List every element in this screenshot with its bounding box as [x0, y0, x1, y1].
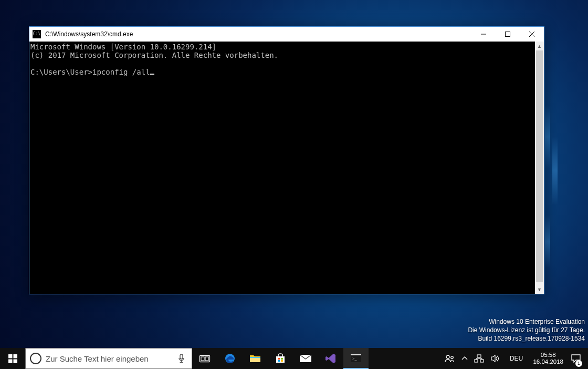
svg-rect-20 — [278, 360, 280, 362]
svg-rect-30 — [480, 360, 484, 362]
action-center-button[interactable]: 1 — [568, 348, 584, 369]
svg-rect-13 — [205, 357, 208, 361]
decoration — [552, 137, 558, 205]
terminal-output[interactable]: Microsoft Windows [Version 10.0.16299.21… — [29, 42, 535, 294]
titlebar[interactable]: C:\ C:\Windows\system32\cmd.exe — [29, 27, 544, 42]
volume-icon[interactable] — [487, 348, 503, 369]
scroll-down-button[interactable]: ▼ — [535, 285, 544, 294]
terminal-line: (c) 2017 Microsoft Corporation. Alle Rec… — [30, 51, 278, 59]
svg-rect-29 — [475, 360, 478, 362]
svg-rect-24 — [351, 354, 361, 355]
taskbar-app-edge[interactable] — [217, 348, 243, 369]
svg-rect-8 — [180, 354, 183, 359]
cortana-icon[interactable] — [26, 353, 46, 364]
cmd-icon: C:\ — [33, 30, 41, 38]
svg-point-26 — [446, 355, 449, 358]
scroll-up-button[interactable]: ▲ — [535, 42, 544, 50]
microphone-icon[interactable] — [171, 354, 192, 363]
svg-rect-6 — [8, 359, 13, 363]
cmd-icon: >_ — [351, 354, 361, 362]
start-button[interactable] — [0, 348, 25, 369]
taskbar[interactable]: Zur Suche Text hier eingeben — [0, 348, 588, 369]
watermark-line: Die Windows-Lizenz ist gültig für 27 Tag… — [468, 326, 585, 334]
taskbar-app-cmd[interactable]: >_ — [343, 348, 369, 369]
scroll-thumb[interactable] — [536, 50, 543, 282]
svg-point-27 — [451, 356, 454, 359]
tray-overflow-button[interactable] — [458, 348, 471, 369]
window-title: C:\Windows\system32\cmd.exe — [45, 30, 133, 38]
file-explorer-icon — [249, 354, 261, 363]
activation-watermark: Windows 10 Enterprise Evaluation Die Win… — [468, 317, 585, 343]
decoration — [545, 105, 550, 168]
clock-date: 16.04.2018 — [533, 358, 563, 365]
network-icon[interactable] — [471, 348, 487, 369]
svg-rect-1 — [506, 32, 510, 37]
search-placeholder: Zur Suche Text hier eingeben — [46, 354, 171, 363]
svg-rect-4 — [8, 354, 13, 358]
taskbar-app-explorer[interactable] — [243, 348, 268, 369]
svg-rect-18 — [278, 358, 280, 360]
desktop[interactable]: Windows 10 Enterprise Evaluation Die Win… — [0, 0, 588, 369]
close-button[interactable] — [520, 27, 544, 42]
minimize-button[interactable] — [471, 27, 496, 42]
terminal-line: Microsoft Windows [Version 10.0.16299.21… — [30, 43, 216, 51]
maximize-button[interactable] — [496, 27, 520, 42]
mail-icon — [299, 354, 312, 363]
svg-rect-5 — [13, 354, 17, 358]
clock[interactable]: 05:58 16.04.2018 — [529, 348, 568, 369]
search-input[interactable]: Zur Suche Text hier eingeben — [25, 348, 192, 369]
svg-rect-12 — [201, 357, 204, 361]
svg-rect-19 — [281, 358, 283, 360]
taskbar-app-mail[interactable] — [293, 348, 318, 369]
system-tray[interactable]: DEU 05:58 16.04.2018 1 — [440, 348, 588, 369]
clock-time: 05:58 — [541, 352, 556, 358]
terminal-command: ipconfig /all — [92, 68, 150, 76]
chevron-up-icon — [462, 356, 467, 361]
svg-rect-16 — [250, 357, 260, 358]
terminal-prompt: C:\Users\User> — [30, 68, 92, 76]
decoration — [545, 216, 550, 268]
task-view-button[interactable] — [192, 348, 217, 369]
scrollbar[interactable]: ▲ ▼ — [535, 42, 544, 294]
cmd-window[interactable]: C:\ C:\Windows\system32\cmd.exe Microsof… — [29, 26, 544, 294]
svg-rect-7 — [13, 359, 17, 363]
svg-text:>_: >_ — [352, 356, 358, 361]
people-icon — [444, 354, 455, 363]
watermark-line: Windows 10 Enterprise Evaluation — [468, 317, 585, 326]
store-icon — [275, 353, 286, 364]
task-view-icon — [200, 354, 210, 363]
svg-rect-21 — [281, 360, 283, 362]
language-indicator[interactable]: DEU — [503, 348, 529, 369]
visual-studio-icon — [325, 353, 337, 364]
edge-icon — [224, 353, 236, 364]
speaker-icon — [491, 355, 500, 362]
notification-badge: 1 — [575, 360, 582, 367]
taskbar-app-visualstudio[interactable] — [318, 348, 343, 369]
ethernet-icon — [475, 355, 484, 363]
cursor — [150, 74, 154, 75]
people-button[interactable] — [440, 348, 458, 369]
svg-rect-28 — [477, 355, 481, 357]
windows-logo-icon — [8, 354, 17, 363]
taskbar-app-store[interactable] — [268, 348, 293, 369]
svg-rect-17 — [276, 356, 285, 363]
watermark-line: Build 16299.rs3_release.170928-1534 — [468, 334, 585, 343]
